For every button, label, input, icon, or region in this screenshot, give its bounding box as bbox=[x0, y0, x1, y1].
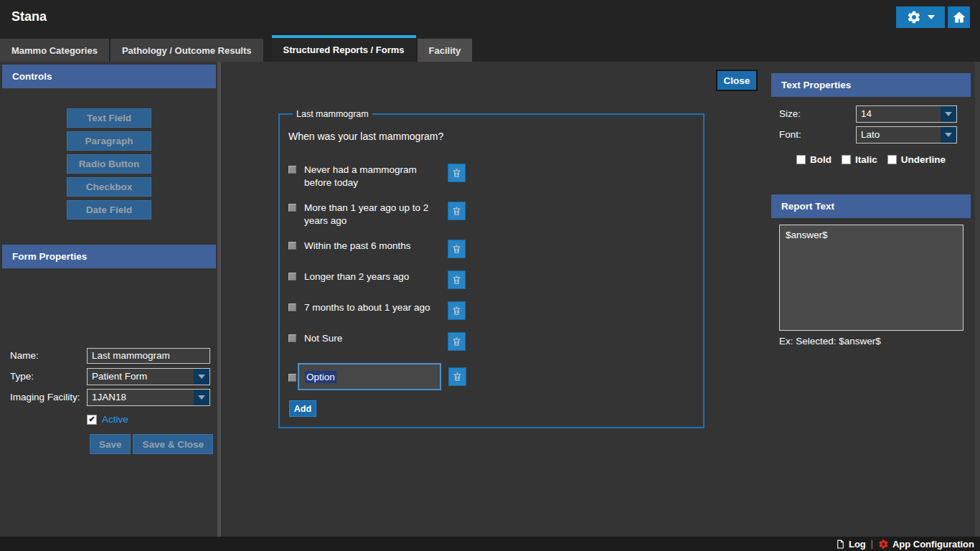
trash-icon bbox=[451, 243, 462, 255]
option-label: 7 months to about 1 year ago bbox=[304, 301, 438, 314]
option-checkbox[interactable] bbox=[288, 166, 296, 174]
active-checkbox[interactable] bbox=[87, 415, 97, 425]
option-label: Not Sure bbox=[304, 332, 438, 345]
controls-panel-header: Controls bbox=[2, 65, 216, 88]
option-row: Not Sure bbox=[288, 332, 694, 351]
option-label: Within the past 6 months bbox=[304, 240, 438, 253]
log-button[interactable]: Log bbox=[836, 539, 866, 550]
paragraph-button[interactable]: Paragraph bbox=[67, 131, 151, 151]
chevron-down-icon bbox=[194, 369, 209, 385]
text-field-button[interactable]: Text Field bbox=[67, 108, 151, 128]
imaging-facility-label: Imaging Facility: bbox=[10, 392, 80, 402]
delete-option-button[interactable] bbox=[448, 240, 466, 258]
new-option-input[interactable]: Option bbox=[298, 363, 441, 390]
option-checkbox[interactable] bbox=[288, 334, 296, 342]
delete-option-button[interactable] bbox=[448, 270, 466, 289]
controls-panel: Controls Text Field Paragraph Radio Butt… bbox=[2, 65, 216, 220]
option-checkbox[interactable] bbox=[288, 273, 296, 281]
trash-icon bbox=[451, 205, 462, 217]
option-checkbox[interactable] bbox=[288, 374, 296, 382]
tab-mammo-categories[interactable]: Mammo Categories bbox=[0, 39, 109, 62]
option-checkbox[interactable] bbox=[288, 242, 296, 250]
save-and-close-button[interactable]: Save & Close bbox=[133, 434, 213, 454]
option-label: More than 1 year ago up to 2 years ago bbox=[304, 202, 438, 227]
imaging-facility-dropdown[interactable]: 1JAN18 bbox=[87, 389, 210, 406]
form-properties-panel: Form Properties Name: Type: Patient Form… bbox=[2, 245, 216, 268]
question-fieldset: Last mammogram When was your last mammog… bbox=[278, 109, 705, 428]
option-row: Within the past 6 months bbox=[288, 240, 694, 258]
fieldset-legend: Last mammogram bbox=[293, 109, 372, 119]
settings-split-button[interactable] bbox=[896, 6, 945, 28]
bold-option: Bold bbox=[796, 154, 831, 165]
text-properties-panel: Text Properties Size: 14 Font: Lato bbox=[771, 73, 971, 165]
name-label: Name: bbox=[10, 350, 39, 361]
font-size-dropdown[interactable]: 14 bbox=[856, 105, 957, 123]
document-icon bbox=[836, 539, 845, 550]
status-separator: | bbox=[871, 539, 873, 549]
app-window: Stana Mammo Categories Pathology / Outco… bbox=[0, 0, 980, 551]
form-type-dropdown[interactable]: Patient Form bbox=[87, 368, 210, 385]
new-option-row: Option bbox=[288, 363, 694, 390]
report-text-panel: Report Text $answer$ Ex: Selected: $answ… bbox=[771, 194, 971, 347]
options-list: Never had a mammogram before today More … bbox=[288, 164, 694, 417]
name-row: Name: bbox=[10, 350, 209, 361]
type-label: Type: bbox=[10, 371, 34, 382]
delete-option-button[interactable] bbox=[448, 332, 466, 351]
report-text-textarea[interactable]: $answer$ bbox=[779, 225, 963, 331]
trash-icon bbox=[452, 371, 463, 382]
titlebar-buttons bbox=[896, 6, 970, 28]
tab-bar: Mammo Categories Pathology / Outcome Res… bbox=[0, 37, 980, 62]
delete-option-button[interactable] bbox=[448, 301, 466, 320]
option-checkbox[interactable] bbox=[288, 303, 296, 311]
bold-checkbox[interactable] bbox=[796, 155, 806, 164]
app-configuration-button[interactable]: App Configuration bbox=[878, 539, 974, 550]
save-button[interactable]: Save bbox=[90, 434, 131, 454]
trash-icon bbox=[451, 274, 462, 286]
status-bar: Log | App Configuration bbox=[0, 537, 980, 551]
underline-option: Underline bbox=[887, 154, 946, 165]
delete-option-button[interactable] bbox=[448, 367, 466, 386]
date-field-button[interactable]: Date Field bbox=[67, 200, 151, 220]
home-button[interactable] bbox=[948, 6, 970, 28]
tab-facility[interactable]: Facility bbox=[418, 39, 473, 62]
option-row: Longer than 2 years ago bbox=[288, 270, 694, 289]
left-sidebar: Controls Text Field Paragraph Radio Butt… bbox=[0, 62, 217, 537]
save-row: Save Save & Close bbox=[90, 434, 213, 454]
titlebar: Stana bbox=[0, 0, 980, 37]
right-sidebar: Text Properties Size: 14 Font: Lato bbox=[771, 62, 971, 537]
tab-structured-reports-forms[interactable]: Structured Reports / Forms bbox=[272, 35, 416, 62]
radio-button-button[interactable]: Radio Button bbox=[67, 154, 151, 174]
chevron-down-icon bbox=[194, 390, 209, 405]
report-text-hint: Ex: Selected: $answer$ bbox=[779, 336, 971, 347]
delete-option-button[interactable] bbox=[448, 202, 466, 220]
right-divider[interactable] bbox=[975, 62, 980, 537]
add-option-button[interactable]: Add bbox=[289, 400, 316, 417]
chevron-down-icon bbox=[941, 127, 956, 143]
bold-label: Bold bbox=[810, 154, 831, 165]
checkbox-button[interactable]: Checkbox bbox=[67, 177, 151, 197]
tab-pathology-outcome-results[interactable]: Pathology / Outcome Results bbox=[110, 39, 263, 62]
option-row: 7 months to about 1 year ago bbox=[288, 301, 694, 320]
delete-option-button[interactable] bbox=[448, 164, 466, 182]
form-name-input[interactable] bbox=[87, 348, 210, 364]
active-label: Active bbox=[102, 414, 128, 425]
question-text: When was your last mammogram? bbox=[288, 131, 694, 142]
font-family-dropdown[interactable]: Lato bbox=[856, 126, 957, 143]
italic-option: Italic bbox=[842, 154, 877, 165]
home-icon bbox=[952, 10, 966, 24]
font-size-value: 14 bbox=[857, 106, 941, 122]
gear-icon bbox=[907, 10, 921, 24]
form-type-value: Patient Form bbox=[88, 369, 194, 385]
italic-checkbox[interactable] bbox=[842, 155, 851, 164]
close-button[interactable]: Close bbox=[716, 70, 758, 91]
option-checkbox[interactable] bbox=[288, 204, 296, 212]
underline-checkbox[interactable] bbox=[887, 155, 897, 164]
font-label: Font: bbox=[779, 129, 801, 140]
control-buttons: Text Field Paragraph Radio Button Checkb… bbox=[2, 88, 216, 220]
gear-icon-red bbox=[878, 539, 889, 550]
imaging-facility-value: 1JAN18 bbox=[88, 390, 194, 405]
form-editor-area: Close Last mammogram When was your last … bbox=[221, 62, 765, 537]
trash-icon bbox=[451, 336, 462, 347]
font-row: Font: Lato bbox=[779, 126, 963, 143]
report-text-header: Report Text bbox=[771, 194, 971, 218]
